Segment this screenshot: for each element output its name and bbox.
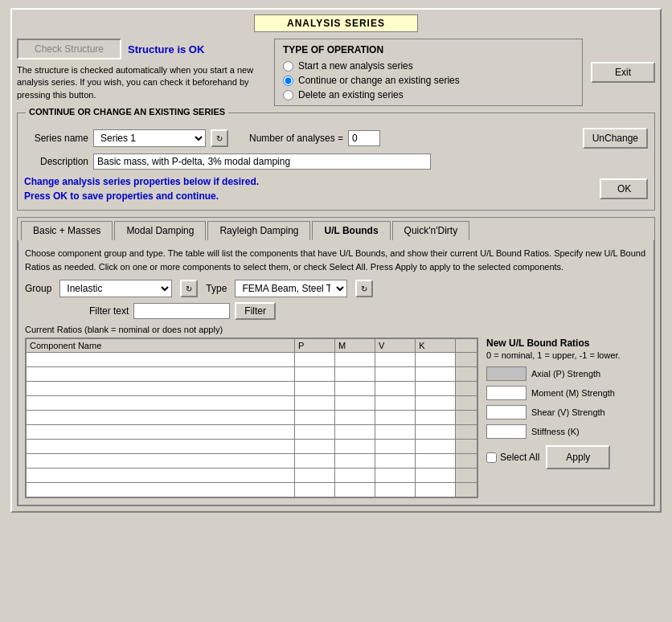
tabs-area: Basic + Masses Modal Damping Rayleigh Da…: [17, 217, 655, 506]
radio-new-series: Start a new analysis series: [283, 60, 574, 72]
check-structure-description: The structure is checked automatically w…: [17, 64, 266, 101]
continue-section: CONTINUE OR CHANGE AN EXISTING SERIES Se…: [17, 113, 655, 211]
filter-button[interactable]: Filter: [235, 302, 276, 320]
table-row[interactable]: [27, 425, 477, 440]
col-scroll: [456, 339, 477, 353]
data-table: Component Name P M V K: [26, 338, 477, 497]
table-row[interactable]: [27, 367, 477, 382]
bottom-area: Component Name P M V K: [25, 338, 647, 498]
check-structure-area: Check Structure Structure is OK: [17, 39, 266, 59]
radio-new-label: Start a new analysis series: [298, 60, 413, 72]
num-analyses-label: Number of analyses =: [249, 133, 343, 144]
tab-ul-bounds-content: Choose component group and type. The tab…: [18, 240, 654, 505]
title-bar: ANALYSIS SERIES: [17, 14, 655, 32]
ul-row-shear: Shear (V) Strength: [486, 405, 647, 419]
window-title: ANALYSIS SERIES: [254, 14, 418, 32]
top-op-row: TYPE OF OPERATION Start a new analysis s…: [274, 39, 655, 106]
tab-quickndirty[interactable]: Quick'n'Dirty: [392, 221, 470, 240]
group-label: Group: [25, 283, 51, 294]
ul-row-moment: Moment (M) Strength: [486, 386, 647, 400]
group-refresh-button[interactable]: ↻: [180, 280, 198, 297]
series-name-select[interactable]: Series 1: [93, 129, 206, 147]
radio-group: Start a new analysis series Continue or …: [283, 60, 574, 100]
ul-subtitle: 0 = nominal, 1 = upper, -1 = lower.: [486, 350, 647, 360]
col-header-m: M: [335, 339, 375, 353]
right-panel: TYPE OF OPERATION Start a new analysis s…: [274, 39, 655, 106]
table-row[interactable]: [27, 469, 477, 483]
series-name-label: Series name: [24, 133, 88, 144]
table-row[interactable]: [27, 454, 477, 469]
change-notice: Change analysis series properties below …: [24, 174, 595, 203]
filter-input[interactable]: [133, 303, 230, 319]
exit-button[interactable]: Exit: [591, 62, 655, 83]
num-analyses-input[interactable]: 0: [348, 130, 380, 146]
unchange-button[interactable]: UnChange: [583, 128, 648, 149]
radio-new-input[interactable]: [283, 61, 293, 72]
col-header-name: Component Name: [27, 339, 295, 353]
ul-moment-label: Moment (M) Strength: [531, 388, 615, 398]
radio-continue-input[interactable]: [283, 76, 293, 86]
table-row[interactable]: [27, 440, 477, 454]
radio-delete-series: Delete an existing series: [283, 89, 574, 100]
main-window: ANALYSIS SERIES Check Structure Structur…: [10, 8, 662, 513]
ul-stiffness-label: Stiffness (K): [531, 427, 580, 436]
ul-stiffness-input[interactable]: [486, 424, 527, 439]
description-input[interactable]: [93, 153, 431, 170]
left-panel: Check Structure Structure is OK The stru…: [17, 39, 266, 106]
tab-rayleigh-damping[interactable]: Rayleigh Damping: [207, 221, 310, 240]
tab-modal-damping[interactable]: Modal Damping: [114, 221, 206, 240]
col-header-v: V: [375, 339, 416, 353]
exit-button-wrap: Exit: [591, 39, 655, 106]
table-row[interactable]: [27, 411, 477, 425]
ul-axial-label: Axial (P) Strength: [531, 369, 600, 379]
tab-ul-bounds[interactable]: U/L Bounds: [312, 221, 390, 240]
check-structure-button[interactable]: Check Structure: [17, 39, 121, 59]
radio-delete-label: Delete an existing series: [298, 89, 404, 100]
ul-axial-input[interactable]: [486, 366, 527, 381]
tab-basic-masses[interactable]: Basic + Masses: [21, 221, 113, 240]
radio-delete-input[interactable]: [283, 90, 293, 100]
ul-moment-input[interactable]: [486, 386, 527, 400]
new-ul-title: New U/L Bound Ratios: [486, 338, 647, 349]
table-row[interactable]: [27, 353, 477, 367]
type-select[interactable]: FEMA Beam, Steel Type: [235, 280, 347, 297]
tabs-header: Basic + Masses Modal Damping Rayleigh Da…: [18, 218, 654, 240]
col-header-p: P: [294, 339, 334, 353]
series-refresh-button[interactable]: ↻: [211, 129, 228, 147]
current-ratios-label: Current Ratios (blank = nominal or does …: [25, 325, 647, 334]
apply-button[interactable]: Apply: [546, 445, 610, 469]
table-row[interactable]: [27, 382, 477, 396]
ul-shear-label: Shear (V) Strength: [531, 407, 605, 417]
bottom-buttons: Select All Apply: [486, 445, 647, 469]
description-label: Description: [24, 156, 88, 167]
structure-ok-text: Structure is OK: [128, 43, 204, 55]
select-all-checkbox[interactable]: [486, 452, 497, 463]
table-container: Component Name P M V K: [25, 338, 478, 498]
description-row: Description: [24, 153, 648, 170]
new-ul-panel: New U/L Bound Ratios 0 = nominal, 1 = up…: [486, 338, 647, 498]
ul-shear-input[interactable]: [486, 405, 527, 419]
ul-row-stiffness: Stiffness (K): [486, 424, 647, 439]
continue-section-title: CONTINUE OR CHANGE AN EXISTING SERIES: [26, 107, 228, 117]
continue-inner: Series name Series 1 ↻ Number of analyse…: [24, 128, 648, 203]
num-analyses-group: Number of analyses = 0: [249, 130, 380, 146]
ul-bounds-description: Choose component group and type. The tab…: [25, 247, 647, 273]
table-row[interactable]: [27, 483, 477, 497]
notice-ok-row: Change analysis series properties below …: [24, 174, 648, 203]
type-label: Type: [206, 283, 227, 294]
ok-button[interactable]: OK: [600, 178, 648, 199]
type-refresh-button[interactable]: ↻: [355, 280, 373, 297]
radio-continue-series: Continue or change an existing series: [283, 75, 574, 86]
group-select[interactable]: Inelastic: [59, 280, 172, 297]
select-all-label: Select All: [500, 452, 539, 463]
group-type-row: Group Inelastic ↻ Type FEMA Beam, Steel …: [25, 280, 647, 297]
ul-row-axial: Axial (P) Strength: [486, 366, 647, 381]
radio-continue-label: Continue or change an existing series: [298, 75, 460, 86]
col-header-k: K: [416, 339, 456, 353]
table-row[interactable]: [27, 396, 477, 411]
type-of-operation-title: TYPE OF OPERATION: [283, 44, 574, 55]
select-all-area: Select All: [486, 452, 539, 463]
filter-text-label: Filter text: [89, 305, 129, 317]
top-section: Check Structure Structure is OK The stru…: [17, 39, 655, 106]
type-of-operation: TYPE OF OPERATION Start a new analysis s…: [274, 39, 583, 106]
